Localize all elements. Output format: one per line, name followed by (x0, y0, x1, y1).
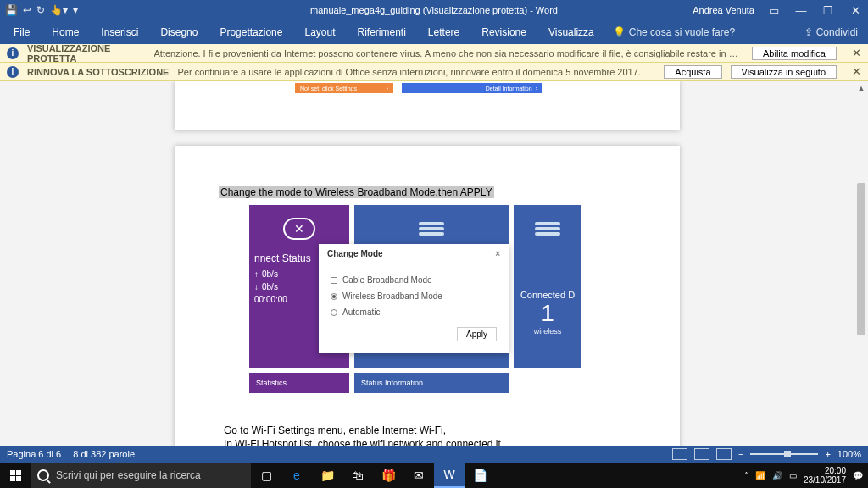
arrow-down-icon: ↓ (254, 282, 259, 291)
web-layout-button[interactable] (716, 448, 732, 460)
view-later-button[interactable]: Visualizza in seguito (731, 65, 837, 79)
word-count[interactable]: 8 di 382 parole (73, 449, 135, 459)
arrow-up-icon: ↑ (254, 269, 259, 279)
vertical-scrollbar[interactable]: ▲ ▼ (854, 81, 868, 463)
connected-sub: wireless (514, 327, 581, 336)
protected-view-text: Attenzione. I file provenienti da Intern… (154, 48, 744, 58)
ribbon-options-icon[interactable]: ▭ (766, 4, 782, 17)
server-icon (535, 220, 560, 237)
protected-view-bar: i VISUALIZZAZIONE PROTETTA Attenzione. I… (0, 44, 868, 63)
clock-time: 20:00 (804, 466, 846, 475)
chevron-right-icon: › (536, 86, 537, 92)
volume-icon[interactable]: 🔊 (772, 471, 782, 480)
notifications-icon[interactable]: 💬 (853, 471, 863, 480)
tab-lettere[interactable]: Lettere (418, 20, 470, 44)
tab-visualizza[interactable]: Visualizza (538, 20, 604, 44)
tell-me-placeholder: Che cosa si vuole fare? (629, 26, 735, 38)
protected-view-label: VISUALIZZAZIONE PROTETTA (27, 43, 146, 64)
statistics-tile: Statistics (249, 373, 349, 393)
bulb-icon: 💡 (613, 26, 626, 38)
subscription-text: Per continuare a usare le applicazioni d… (177, 67, 640, 77)
network-icon[interactable]: 📶 (755, 471, 765, 480)
buy-button[interactable]: Acquista (664, 65, 721, 79)
maximize-button[interactable]: ❐ (821, 4, 836, 17)
tray-chevron-icon[interactable]: ˄ (744, 471, 748, 480)
windows-taskbar: Scrivi qui per eseguire la ricerca ▢ e 📁… (0, 463, 868, 488)
word-app[interactable]: W (434, 463, 465, 488)
language-indicator[interactable]: ▭ (789, 471, 797, 480)
tell-me-search[interactable]: 💡 Che cosa si vuole fare? (613, 26, 735, 38)
option-label: Cable Broadband Mode (342, 275, 432, 285)
mail-app[interactable]: ✉ (403, 463, 434, 488)
tab-layout[interactable]: Layout (294, 20, 345, 44)
windows-logo-icon (10, 470, 21, 481)
qat-customize-icon[interactable]: ▾ (73, 4, 78, 16)
zoom-out-button[interactable]: − (738, 449, 743, 459)
page-previous: Not set, click Settings › Detail Informa… (175, 81, 680, 130)
undo-icon[interactable]: ↩ (23, 4, 31, 16)
tab-riferimenti[interactable]: Riferimenti (348, 20, 416, 44)
gift-app[interactable]: 🎁 (373, 463, 403, 488)
edge-app[interactable]: e (281, 463, 312, 488)
radio-icon (331, 309, 337, 316)
tab-home[interactable]: Home (42, 20, 89, 44)
zoom-slider[interactable] (750, 453, 818, 455)
touch-mode-icon[interactable]: 👆▾ (50, 4, 68, 16)
scroll-up-icon[interactable]: ▲ (854, 81, 868, 95)
chevron-right-icon: › (387, 86, 388, 92)
close-bar-button[interactable]: ✕ (852, 47, 861, 59)
explorer-app[interactable]: 📁 (312, 463, 342, 488)
user-name[interactable]: Andrea Venuta (693, 5, 754, 15)
scrollbar-thumb[interactable] (857, 183, 865, 336)
read-mode-button[interactable] (672, 448, 687, 460)
option-cable: Cable Broadband Mode (331, 275, 497, 285)
zoom-in-button[interactable]: + (825, 449, 830, 459)
system-tray: ˄ 📶 🔊 ▭ 20:00 23/10/2017 💬 (744, 466, 868, 485)
enable-editing-button[interactable]: Abilita modifica (752, 47, 837, 60)
search-icon (37, 469, 49, 481)
duration: 00:00:00 (254, 295, 287, 304)
window-title: manuale_mega4g_guiding (Visualizzazione … (310, 5, 558, 15)
close-button[interactable]: ✕ (848, 4, 863, 17)
embedded-screenshot: ✕ nnect Status ↑0b/s ↓0b/s 00:00:00 Conn… (249, 205, 581, 459)
option-wireless: Wireless Broadband Mode (331, 291, 497, 301)
document-area: Not set, click Settings › Detail Informa… (0, 81, 868, 463)
close-bar-button[interactable]: ✕ (852, 65, 861, 78)
page-indicator[interactable]: Pagina 6 di 6 (7, 449, 61, 459)
store-app[interactable]: 🛍 (342, 463, 373, 488)
redo-icon[interactable]: ↻ (36, 4, 45, 16)
tab-inserisci[interactable]: Inserisci (91, 20, 148, 44)
title-bar: 💾 ↩ ↻ 👆▾ ▾ manuale_mega4g_guiding (Visua… (0, 0, 868, 20)
embedded-orange-button: Not set, click Settings › (295, 83, 393, 93)
tab-revisione[interactable]: Revisione (471, 20, 537, 44)
share-button[interactable]: ⇪ Condividi (804, 26, 865, 38)
minimize-button[interactable]: — (793, 4, 809, 17)
zoom-level[interactable]: 100% (837, 449, 861, 459)
apply-button: Apply (457, 327, 497, 341)
save-icon[interactable]: 💾 (5, 4, 18, 16)
status-bar: Pagina 6 di 6 8 di 382 parole − + 100% (0, 446, 868, 463)
tab-disegno[interactable]: Disegno (150, 20, 208, 44)
server-icon (419, 220, 444, 237)
cloud-offline-icon: ✕ (283, 218, 315, 240)
print-layout-button[interactable] (694, 448, 709, 460)
orange-label: Not set, click Settings (300, 86, 357, 92)
taskbar-search[interactable]: Scrivi qui per eseguire la ricerca (31, 463, 251, 488)
instruction-text: Change the mode to Wireless Broadband Mo… (219, 186, 494, 198)
close-dialog-button: × (495, 249, 500, 258)
page-current: Change the mode to Wireless Broadband Mo… (175, 146, 680, 463)
tab-file[interactable]: File (3, 20, 40, 44)
dialog-title: Change Mode (327, 249, 383, 258)
share-label: Condividi (816, 26, 858, 38)
change-mode-dialog: Change Mode × Cable Broadband Mode Wirel… (319, 244, 509, 353)
option-label: Automatic (342, 308, 380, 317)
share-icon: ⇪ (804, 26, 813, 38)
start-button[interactable] (0, 463, 31, 488)
word-doc-app[interactable]: 📄 (465, 463, 495, 488)
search-placeholder: Scrivi qui per eseguire la ricerca (56, 469, 201, 481)
tab-progettazione[interactable]: Progettazione (209, 20, 292, 44)
task-view-button[interactable]: ▢ (251, 463, 281, 488)
download-speed: 0b/s (262, 282, 278, 291)
taskbar-clock[interactable]: 20:00 23/10/2017 (804, 466, 846, 485)
status-info-tile: Status Information (354, 373, 509, 393)
